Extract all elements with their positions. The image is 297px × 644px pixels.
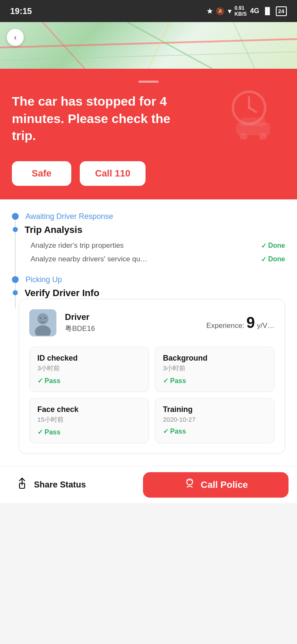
share-icon xyxy=(15,476,29,493)
sub-item-rider-trip: Analyze rider's trip properties ✓ Done xyxy=(12,239,285,252)
timeline-dot-picking xyxy=(12,276,19,283)
alert-buttons: Safe Call 110 xyxy=(12,161,285,186)
check-title-id: ID checked xyxy=(37,354,141,363)
svg-line-22 xyxy=(187,480,188,481)
check-title-bg: Background xyxy=(163,354,266,363)
bottom-bar: Share Status Call Police xyxy=(0,466,297,503)
experience-label: Experience: xyxy=(206,322,244,330)
check-pass-bg: ✓ Pass xyxy=(163,377,266,385)
driver-card-wrapper: Driver 粤BDE16 Experience: 9 y/V… ID chec… xyxy=(0,299,297,466)
battery-indicator: 24 xyxy=(276,6,287,16)
timeline-dot-awaiting xyxy=(12,213,19,220)
drag-handle xyxy=(138,81,159,83)
driver-plate: 粤BDE16 xyxy=(65,324,198,333)
police-icon xyxy=(184,478,196,492)
driver-card: Driver 粤BDE16 Experience: 9 y/V… ID chec… xyxy=(19,299,285,454)
check-pass-id: ✓ Pass xyxy=(37,377,141,385)
experience-unit: y/V… xyxy=(257,322,275,330)
svg-line-2 xyxy=(127,22,212,69)
svg-line-23 xyxy=(191,480,192,481)
check-pass-face: ✓ Pass xyxy=(37,428,141,436)
svg-line-8 xyxy=(249,108,256,112)
main-content: Awaiting Driver Response Trip Analysis A… xyxy=(0,199,297,503)
svg-point-16 xyxy=(40,317,42,319)
signal-bars: ▐▌ xyxy=(263,7,272,15)
check-pass-training: ✓ Pass xyxy=(163,427,266,435)
call-police-button[interactable]: Call Police xyxy=(143,472,289,498)
check-icon-face: ✓ xyxy=(37,428,43,436)
driver-experience: Experience: 9 y/V… xyxy=(206,314,275,332)
share-status-button[interactable]: Share Status xyxy=(8,476,143,493)
svg-line-4 xyxy=(148,22,170,69)
check-icon-bg: ✓ xyxy=(163,377,168,385)
alert-panel: The car has stopped for 4 minutes. Pleas… xyxy=(0,69,297,199)
police-label: Call Police xyxy=(201,479,248,490)
timeline-dot-verify xyxy=(13,290,18,295)
driver-info: Driver 粤BDE16 xyxy=(65,312,198,333)
svg-rect-10 xyxy=(241,118,266,126)
timeline: Awaiting Driver Response Trip Analysis A… xyxy=(0,199,297,299)
timeline-item-trip-analysis: Trip Analysis xyxy=(12,224,285,235)
svg-line-5 xyxy=(233,22,255,69)
share-label: Share Status xyxy=(34,480,86,490)
check-time-id: 3小时前 xyxy=(37,364,141,372)
timeline-dot-trip xyxy=(13,227,18,232)
check-time-training: 2020-10-27 xyxy=(163,416,266,423)
signal-indicator: 4G xyxy=(250,7,259,15)
check-icon-id: ✓ xyxy=(37,377,43,385)
bluetooth-icon: ★ xyxy=(207,7,213,15)
check-icon-drivers: ✓ xyxy=(261,255,266,263)
check-time-bg: 3小时前 xyxy=(163,364,266,372)
speed-indicator: 0.91KB/S xyxy=(235,5,247,17)
check-card-face: Face check 15小时前 ✓ Pass xyxy=(29,398,149,443)
sub-text-drivers: Analyze nearby drivers' service qu… xyxy=(31,255,147,263)
status-icons: ★ 🔕 ▾ 0.91KB/S 4G ▐▌ 24 xyxy=(207,5,287,17)
safe-button[interactable]: Safe xyxy=(12,161,71,186)
timeline-item-verify: Verify Driver Info xyxy=(12,288,285,299)
sound-icon: 🔕 xyxy=(216,7,224,15)
avatar xyxy=(29,309,56,336)
back-button[interactable]: ‹ xyxy=(7,29,24,46)
timeline-item-awaiting: Awaiting Driver Response xyxy=(12,211,285,221)
sub-item-nearby-drivers: Analyze nearby drivers' service qu… ✓ Do… xyxy=(12,252,285,266)
check-card-training: Training 2020-10-27 ✓ Pass xyxy=(155,398,275,443)
svg-line-3 xyxy=(0,52,297,60)
svg-point-17 xyxy=(45,317,46,319)
experience-number: 9 xyxy=(247,314,255,331)
driver-header: Driver 粤BDE16 Experience: 9 y/V… xyxy=(29,309,275,336)
done-badge-drivers: ✓ Done xyxy=(261,255,285,263)
alert-message: The car has stopped for 4 minutes. Pleas… xyxy=(12,93,173,145)
timeline-item-picking-up: Picking Up xyxy=(12,274,285,284)
done-badge-rider: ✓ Done xyxy=(261,242,285,250)
check-card-id: ID checked 3小时前 ✓ Pass xyxy=(29,347,149,392)
sub-text-rider: Analyze rider's trip properties xyxy=(31,241,124,250)
verify-driver-label: Verify Driver Info xyxy=(25,288,99,299)
map-view: ‹ xyxy=(0,22,297,69)
picking-up-label: Picking Up xyxy=(25,274,62,284)
check-icon-training: ✓ xyxy=(163,427,168,435)
driver-title: Driver xyxy=(65,312,198,322)
svg-line-0 xyxy=(0,39,297,48)
status-bar: 19:15 ★ 🔕 ▾ 0.91KB/S 4G ▐▌ 24 xyxy=(0,0,297,22)
check-title-face: Face check xyxy=(37,405,141,414)
awaiting-label: Awaiting Driver Response xyxy=(25,211,113,221)
check-time-face: 15小时前 xyxy=(37,416,141,424)
check-title-training: Training xyxy=(163,405,266,414)
trip-analysis-label: Trip Analysis xyxy=(25,224,82,235)
call-110-button[interactable]: Call 110 xyxy=(80,161,146,186)
alert-icon xyxy=(226,89,281,149)
check-icon-rider: ✓ xyxy=(261,242,266,250)
time-display: 19:15 xyxy=(10,6,32,16)
location-icon: ▾ xyxy=(228,7,231,15)
check-grid: ID checked 3小时前 ✓ Pass Background 3小时前 ✓… xyxy=(29,347,275,443)
check-card-background: Background 3小时前 ✓ Pass xyxy=(155,347,275,392)
